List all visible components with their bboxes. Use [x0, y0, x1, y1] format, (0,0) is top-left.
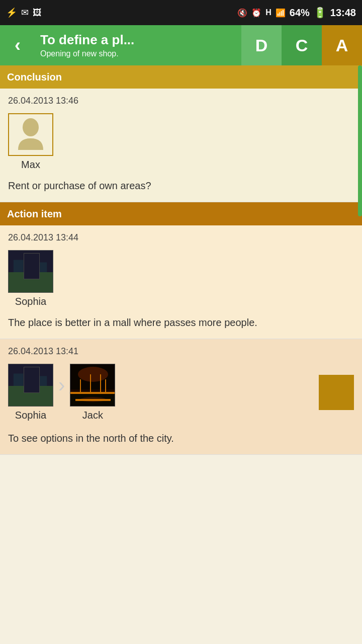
user-jack: Jack: [70, 364, 115, 421]
clock: 13:48: [330, 7, 356, 19]
sophia-avatar-2: [8, 364, 53, 407]
svg-rect-9: [9, 280, 53, 292]
mute-icon: 🔇: [237, 8, 247, 18]
user-sophia-1: Sophia: [8, 250, 53, 307]
svg-point-17: [29, 381, 33, 385]
svg-rect-6: [27, 253, 31, 259]
back-icon: ‹: [15, 35, 21, 56]
max-avatar-placeholder: [9, 114, 52, 155]
signal-icon: 📶: [276, 8, 286, 18]
action-timestamp-1: 26.04.2013 13:44: [8, 232, 354, 243]
svg-point-21: [78, 367, 108, 382]
header: ‹ To define a pl... Opening of new shop.…: [0, 25, 362, 65]
bridge-image: [70, 364, 115, 407]
svg-rect-4: [26, 255, 38, 285]
btn-a[interactable]: A: [322, 25, 362, 65]
jack-avatar: [70, 364, 115, 407]
conclusion-users: Max: [8, 113, 354, 171]
status-bar: ⚡ ✉ 🖼 🔇 ⏰ H 📶 64% 🔋 13:48: [0, 0, 362, 25]
conclusion-section-header: Conclusion: [0, 65, 362, 89]
castle-image-2: [9, 364, 53, 406]
jack-name: Jack: [82, 410, 103, 421]
image-icon: 🖼: [33, 8, 42, 18]
svg-rect-11: [9, 388, 53, 406]
action-text-2: To see options in the north of the city.: [8, 431, 354, 445]
conclusion-card: 26.04.2013 13:46 Max Rent or purchase of…: [0, 89, 362, 202]
svg-rect-18: [9, 393, 53, 406]
svg-rect-22: [70, 392, 115, 394]
user-max: Max: [8, 113, 53, 171]
header-title-area: To define a pl... Opening of new shop.: [35, 25, 241, 65]
conclusion-timestamp: 26.04.2013 13:46: [8, 96, 354, 106]
svg-rect-14: [38, 376, 47, 398]
svg-rect-3: [14, 260, 24, 285]
action-text-1: The place is better in a mall where pass…: [8, 315, 354, 330]
svg-rect-2: [9, 275, 53, 292]
svg-rect-5: [38, 262, 47, 284]
user-sophia-2: Sophia: [8, 364, 53, 421]
scrollbar[interactable]: [358, 65, 362, 216]
battery-percent: 64%: [290, 7, 310, 19]
btn-d[interactable]: D: [241, 25, 282, 65]
svg-point-0: [23, 118, 39, 136]
action-label: Action item: [7, 208, 62, 220]
action-card-1: 26.04.2013 13:44 Sophia The place is bet…: [0, 225, 362, 339]
color-swatch: [319, 375, 354, 410]
status-left-icons: ⚡ ✉ 🖼: [6, 7, 42, 18]
svg-point-8: [29, 268, 33, 272]
back-button[interactable]: ‹: [0, 25, 35, 65]
castle-image-1: [9, 250, 53, 292]
action-users-1: Sophia: [8, 250, 354, 307]
users-with-arrow: Sophia ›: [8, 364, 319, 421]
btn-c[interactable]: C: [282, 25, 322, 65]
person-silhouette-icon: [16, 117, 46, 152]
sophia-name-2: Sophia: [15, 410, 46, 421]
svg-rect-15: [27, 366, 31, 372]
svg-rect-13: [26, 369, 38, 398]
action-users-row-2: Sophia ›: [8, 364, 354, 421]
action-section-header: Action item: [0, 202, 362, 225]
action-timestamp-2: 26.04.2013 13:41: [8, 346, 354, 357]
mail-icon: ✉: [21, 7, 29, 18]
action-card-2: 26.04.2013 13:41 Sop: [0, 339, 362, 455]
network-h-icon: H: [265, 8, 272, 17]
svg-point-28: [80, 397, 106, 402]
alarm-icon: ⏰: [251, 8, 261, 18]
svg-rect-12: [14, 374, 24, 398]
sophia-avatar-1: [8, 250, 53, 293]
conclusion-text: Rent or purchase of own areas?: [8, 179, 354, 193]
max-avatar: [8, 113, 53, 156]
svg-rect-7: [32, 253, 36, 259]
battery-icon: 🔋: [314, 7, 326, 19]
svg-rect-16: [32, 366, 36, 372]
status-right-info: 🔇 ⏰ H 📶 64% 🔋 13:48: [237, 7, 356, 19]
sophia-name-1: Sophia: [15, 296, 46, 307]
header-subtitle: Opening of new shop.: [40, 49, 236, 58]
header-title: To define a pl...: [40, 32, 236, 48]
svg-rect-27: [70, 394, 115, 407]
conclusion-label: Conclusion: [7, 71, 62, 83]
arrow-right-icon: ›: [58, 364, 65, 396]
max-name: Max: [21, 159, 40, 171]
usb-icon: ⚡: [6, 7, 17, 18]
